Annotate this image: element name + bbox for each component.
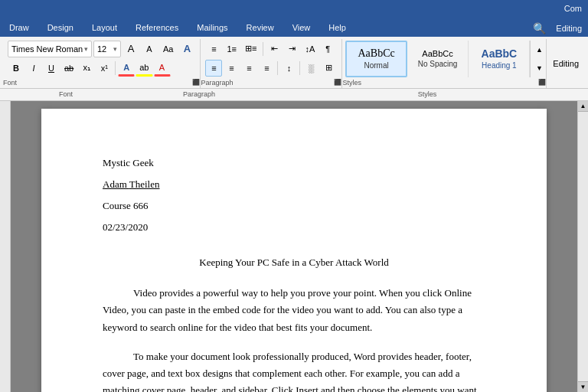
- font-grow-button[interactable]: A: [122, 41, 139, 57]
- font-size-selector[interactable]: 12 ▾: [93, 41, 121, 57]
- font-color2-button[interactable]: A: [154, 60, 171, 77]
- editing-group-label: Editing: [553, 59, 579, 68]
- styles-label: Styles: [270, 90, 585, 98]
- tab-mailings[interactable]: Mailings: [188, 20, 237, 37]
- style-normal[interactable]: AaBbCc Normal: [345, 41, 407, 77]
- font-group: Times New Roman ▾ 12 ▾ A A Aa A: [3, 39, 201, 88]
- subscript-button[interactable]: x₁: [78, 60, 95, 77]
- tab-review[interactable]: Review: [237, 20, 283, 37]
- doc-author-first: Adam: [103, 178, 129, 190]
- editing-group: Editing: [547, 39, 585, 88]
- sort-button[interactable]: ↕A: [301, 41, 318, 57]
- show-marks-button[interactable]: ¶: [319, 41, 336, 57]
- style-nospacing[interactable]: AaBbCc No Spacing: [407, 41, 469, 77]
- doc-author-last: Theilen: [129, 178, 160, 190]
- ribbon-container: Times New Roman ▾ 12 ▾ A A Aa A: [0, 37, 588, 101]
- superscript-button[interactable]: x¹: [96, 60, 113, 77]
- font-shrink-button[interactable]: A: [141, 41, 158, 57]
- tab-view[interactable]: View: [283, 20, 320, 37]
- underline-button[interactable]: U: [43, 60, 60, 77]
- document-page: Mystic Geek Adam Theilen Course 666 02/2…: [41, 109, 547, 392]
- paragraph-label: Paragraph: [129, 90, 270, 98]
- style-heading1-label: Heading 1: [482, 61, 517, 70]
- font-expand-button[interactable]: ⬛: [192, 79, 200, 86]
- italic-button[interactable]: I: [25, 60, 42, 77]
- doc-title: Keeping Your PC Safe in a Cyber Attack W…: [103, 254, 485, 271]
- shading-button[interactable]: ░: [302, 60, 319, 77]
- doc-course: Course 666: [103, 198, 485, 214]
- style-normal-preview: AaBbCc: [358, 47, 394, 60]
- group-labels: Font Paragraph Styles: [0, 89, 588, 101]
- editing-label: Editing: [556, 24, 582, 33]
- styles-scroll-up[interactable]: ▲: [531, 41, 547, 59]
- change-case-button[interactable]: Aa: [159, 41, 177, 57]
- style-heading1[interactable]: AaBbC Heading 1: [469, 41, 530, 77]
- styles-expand-button[interactable]: ⬛: [538, 79, 546, 86]
- right-scrollbar[interactable]: ▲ ▼: [577, 101, 588, 392]
- tab-draw[interactable]: Draw: [0, 20, 38, 37]
- styles-group-label: Styles ⬛: [342, 79, 546, 87]
- left-ruler: [0, 101, 11, 392]
- document-area[interactable]: Mystic Geek Adam Theilen Course 666 02/2…: [11, 101, 577, 392]
- decrease-indent-button[interactable]: ⇤: [266, 41, 283, 57]
- style-heading1-preview: AaBbC: [482, 47, 518, 60]
- align-right-button[interactable]: ≡: [240, 60, 257, 77]
- align-left-button[interactable]: ≡: [205, 60, 222, 77]
- clear-format-button[interactable]: A: [178, 41, 195, 57]
- increase-indent-button[interactable]: ⇥: [283, 41, 300, 57]
- multilevel-list-button[interactable]: ⊞≡: [241, 41, 260, 57]
- tab-help[interactable]: Help: [319, 20, 355, 37]
- style-normal-label: Normal: [364, 61, 388, 70]
- borders-button[interactable]: ⊞: [320, 60, 337, 77]
- doc-author-institution: Mystic Geek: [103, 155, 485, 172]
- title-bar: Com: [0, 0, 588, 17]
- doc-paragraph-2: To make your document look professionall…: [103, 348, 485, 392]
- main-area: Mystic Geek Adam Theilen Course 666 02/2…: [0, 101, 588, 392]
- scroll-up-button[interactable]: ▲: [578, 101, 588, 112]
- font-family-selector[interactable]: Times New Roman ▾: [8, 41, 92, 57]
- style-nospacing-preview: AaBbCc: [422, 49, 452, 58]
- numbering-button[interactable]: 1≡: [223, 41, 240, 57]
- scroll-down-button[interactable]: ▼: [578, 381, 588, 392]
- styles-group: AaBbCc Normal AaBbCc No Spacing AaBbC He…: [342, 39, 547, 88]
- strikethrough-button[interactable]: ab: [60, 60, 77, 77]
- tab-design[interactable]: Design: [38, 20, 83, 37]
- ribbon-tabs: Draw Design Layout References Mailings R…: [0, 17, 588, 37]
- title-bar-text: Com: [564, 4, 582, 13]
- style-nospacing-label: No Spacing: [418, 60, 458, 68]
- tab-layout[interactable]: Layout: [83, 20, 126, 37]
- paragraph-expand-button[interactable]: ⬛: [334, 79, 341, 86]
- font-group-label: Font ⬛: [3, 79, 200, 87]
- styles-scroll-down[interactable]: ▼: [531, 59, 547, 77]
- bullets-button[interactable]: ≡: [205, 41, 222, 57]
- doc-author: Adam Theilen: [103, 176, 485, 193]
- doc-paragraph-1: Video provides a powerful way to help yo…: [103, 285, 485, 335]
- paragraph-group: ≡ 1≡ ⊞≡ ⇤ ⇥ ↕A ¶ ≡ ≡ ≡ ≡: [201, 39, 342, 88]
- highlight-button[interactable]: ab: [136, 60, 152, 77]
- bold-button[interactable]: B: [8, 60, 24, 77]
- align-center-button[interactable]: ≡: [223, 60, 240, 77]
- font-label: Font: [3, 90, 129, 98]
- paragraph-group-label: Paragraph ⬛: [201, 79, 341, 87]
- font-color-button[interactable]: A: [118, 60, 135, 77]
- doc-date: 02/23/2020: [103, 219, 485, 236]
- justify-button[interactable]: ≡: [258, 60, 275, 77]
- line-spacing-button[interactable]: ↕: [280, 60, 297, 77]
- search-button[interactable]: 🔍: [529, 20, 550, 37]
- tab-references[interactable]: References: [126, 20, 188, 37]
